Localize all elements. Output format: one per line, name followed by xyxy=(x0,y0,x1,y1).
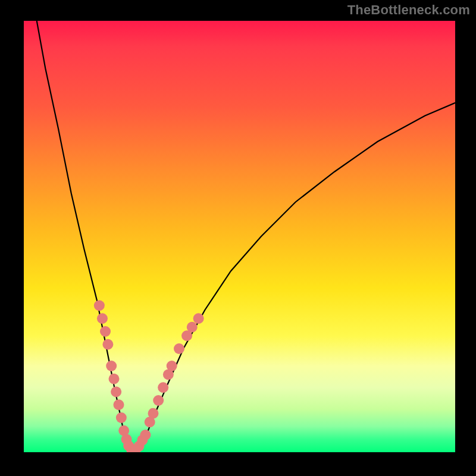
data-marker xyxy=(102,339,113,350)
data-marker xyxy=(100,326,111,337)
data-marker xyxy=(116,412,127,423)
data-marker xyxy=(193,313,204,324)
chart-overlay xyxy=(24,21,455,452)
watermark-text: TheBottleneck.com xyxy=(347,2,470,18)
chart-frame: TheBottleneck.com xyxy=(0,0,476,476)
data-marker xyxy=(111,387,121,397)
bottleneck-curve xyxy=(37,21,455,450)
data-marker xyxy=(187,322,198,333)
data-marker xyxy=(174,343,184,354)
data-marker xyxy=(140,430,151,440)
data-marker xyxy=(148,408,159,419)
data-marker xyxy=(114,399,124,410)
data-marker xyxy=(158,382,168,393)
data-marker xyxy=(94,300,105,311)
data-marker xyxy=(167,361,177,371)
data-marker xyxy=(109,374,120,384)
data-marker xyxy=(153,395,164,406)
data-marker xyxy=(106,361,117,371)
data-marker xyxy=(97,313,108,324)
